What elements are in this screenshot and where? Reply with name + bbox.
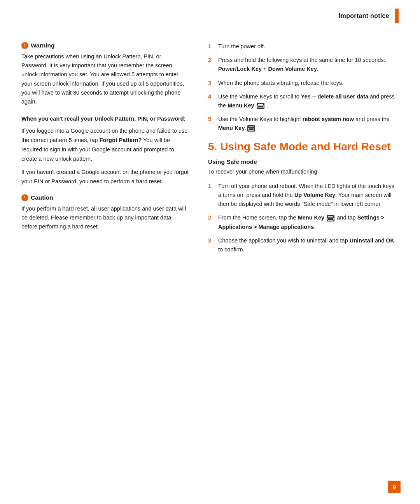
footer: 9 xyxy=(388,481,401,493)
forgot-pattern-para: If you logged into a Google account on t… xyxy=(21,126,189,164)
svg-rect-1 xyxy=(258,104,263,105)
page-number: 9 xyxy=(388,481,401,493)
svg-rect-4 xyxy=(248,126,254,127)
no-account-text: If you haven't created a Google account … xyxy=(21,168,189,186)
safe-step-content-3: Choose the application you wish to unins… xyxy=(218,236,399,254)
caution-label: Caution xyxy=(31,194,53,201)
header: Important notice xyxy=(21,0,399,30)
list-item: 1 Turn the power off. xyxy=(208,42,399,51)
sub-heading-unlock: When you can't recall your Unlock Patter… xyxy=(21,115,189,123)
header-title: Important notice xyxy=(339,12,389,19)
list-item: 4 Use the Volume Keys to scroll to Yes -… xyxy=(208,92,399,110)
list-item: 2 Press and hold the following keys at t… xyxy=(208,56,399,74)
caution-text: If you perform a hard reset, all user ap… xyxy=(21,204,189,232)
safe-mode-heading: Using Safe mode xyxy=(208,158,399,165)
warning-block: ! Warning Take precautions when using an… xyxy=(21,42,189,106)
menu-key-icon-safe2 xyxy=(327,215,334,221)
warning-label: Warning xyxy=(31,42,54,49)
main-content: ! Warning Take precautions when using an… xyxy=(0,30,420,277)
menu-key-icon-5 xyxy=(247,125,255,132)
list-item: 3 When the phone starts vibrating, relea… xyxy=(208,79,399,88)
list-item: 5 Use the Volume Keys to highlight reboo… xyxy=(208,115,399,133)
step-content-1: Turn the power off. xyxy=(218,42,399,51)
list-item: 3 Choose the application you wish to uni… xyxy=(208,236,399,254)
page: Important notice ! Warning Take precauti… xyxy=(0,0,420,504)
svg-rect-7 xyxy=(328,216,333,217)
step-num-5: 5 xyxy=(208,115,214,133)
warning-text: Take precautions when using an Unlock Pa… xyxy=(21,52,189,106)
header-orange-bar xyxy=(395,9,399,23)
safe-step-content-2: From the Home screen, tap the Menu Key a… xyxy=(218,213,399,231)
warning-icon: ! xyxy=(21,42,28,49)
safe-step-content-1: Turn off your phone and reboot. When the… xyxy=(218,182,399,209)
safe-step-num-1: 1 xyxy=(208,182,214,209)
list-item: 1 Turn off your phone and reboot. When t… xyxy=(208,182,399,209)
step-num-1: 1 xyxy=(208,42,214,51)
safe-mode-desc: To recover your phone when malfunctionin… xyxy=(208,168,399,176)
step-content-2: Press and hold the following keys at the… xyxy=(218,56,399,74)
forgot-pattern-bold: Forgot Pattern? xyxy=(100,137,142,143)
caution-block: ! Caution If you perform a hard reset, a… xyxy=(21,194,189,232)
step-num-3: 3 xyxy=(208,79,214,88)
step-content-5: Use the Volume Keys to highlight reboot … xyxy=(218,115,399,133)
pre-section-steps: 1 Turn the power off. 2 Press and hold t… xyxy=(208,42,399,133)
safe-step-num-2: 2 xyxy=(208,213,214,231)
menu-key-icon-4 xyxy=(257,103,264,109)
list-item: 2 From the Home screen, tap the Menu Key… xyxy=(208,213,399,231)
step-num-4: 4 xyxy=(208,92,214,110)
caution-icon: ! xyxy=(21,194,28,201)
warning-title: ! Warning xyxy=(21,42,189,49)
section-heading: 5. Using Safe Mode and Hard Reset xyxy=(208,140,399,153)
safe-mode-steps: 1 Turn off your phone and reboot. When t… xyxy=(208,182,399,254)
step-content-3: When the phone starts vibrating, release… xyxy=(218,79,399,88)
caution-title: ! Caution xyxy=(21,194,189,201)
left-column: ! Warning Take precautions when using an… xyxy=(21,42,189,261)
right-column: 1 Turn the power off. 2 Press and hold t… xyxy=(208,42,399,261)
step-num-2: 2 xyxy=(208,56,214,74)
step-content-4: Use the Volume Keys to scroll to Yes -- … xyxy=(218,92,399,110)
safe-step-num-3: 3 xyxy=(208,236,214,254)
